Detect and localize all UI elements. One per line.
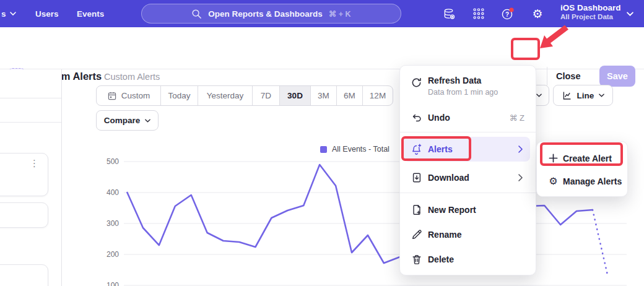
chart-type-dropdown[interactable]: Line [553,85,613,106]
top-nav: s Users Events Open Reports & Dashboards… [0,0,644,27]
gear-icon: ⚙ [548,176,559,186]
search-shortcut: ⌘ + K [329,9,351,19]
report-header: Custom Alerts Custom Alerts GV Duplicate… [0,27,644,69]
menu-item-undo[interactable]: Undo ⌘ Z [400,105,536,130]
menu-item-alerts[interactable]: Alerts [404,137,530,162]
header-divider [547,67,547,85]
menu-item-rename[interactable]: Rename [400,222,536,247]
refresh-data-subtitle: Data from 1 min ago [428,88,498,97]
alerts-submenu: Create Alert ⚙ Manage Alerts [536,141,628,197]
submenu-chevron-right-icon [518,145,523,153]
download-icon [411,172,422,184]
chevron-down-icon [536,93,542,97]
range-3m[interactable]: 3M [311,86,337,105]
settings-gear-icon[interactable]: ⚙ [527,0,548,27]
chevron-down-icon [599,93,604,97]
nav-item-users[interactable]: Users [35,0,59,27]
svg-text:300: 300 [107,219,119,228]
data-management-icon[interactable] [438,0,459,27]
svg-text:200: 200 [107,250,119,259]
breadcrumb: Custom Alerts [104,72,160,82]
project-scope: All Project Data [560,13,621,20]
chevron-down-icon [10,12,16,15]
alert-bell-icon [411,144,422,155]
range-custom[interactable]: Custom [97,86,161,105]
plus-icon [548,153,559,163]
app-root: 500400300200100 All Events - Total s Use… [0,0,644,286]
calendar-icon [107,91,117,101]
submenu-item-create-alert[interactable]: Create Alert [537,147,627,170]
pencil-icon [411,229,422,241]
sidebar-card[interactable] [0,202,48,228]
save-button[interactable]: Save [599,66,635,87]
svg-text:100: 100 [107,281,119,286]
sidebar-card[interactable]: ⋮ [0,153,48,196]
nav-item-truncated[interactable]: s [1,0,16,27]
menu-divider [400,132,536,132]
search-placeholder: Open Reports & Dashboards [208,9,323,19]
global-search-input[interactable]: Open Reports & Dashboards ⌘ + K [141,4,401,24]
new-report-icon [411,204,422,216]
svg-text:?: ? [505,11,509,18]
legend-swatch-icon [320,146,327,153]
submenu-chevron-right-icon [518,174,523,181]
notification-dot [509,7,513,12]
compare-button[interactable]: Compare [96,110,159,131]
trash-icon [411,254,422,266]
overflow-menu: Refresh Data Data from 1 min ago Undo ⌘ … [399,65,536,275]
svg-text:400: 400 [107,188,119,197]
legend-label: All Events - Total [332,145,389,154]
range-12m[interactable]: 12M [363,86,393,105]
project-chevron-down-icon[interactable] [627,12,633,16]
undo-shortcut: ⌘ Z [509,113,524,123]
undo-icon [411,112,422,124]
date-range-segmented-control: Custom Today Yesterday 7D 30D 3M 6M 12M [96,85,393,106]
refresh-icon [411,77,422,89]
nav-item-events[interactable]: Events [77,0,104,27]
range-30d-selected[interactable]: 30D [280,86,311,105]
menu-divider [400,193,536,193]
svg-text:500: 500 [107,157,119,166]
left-sidebar: ⋮ [0,69,62,286]
sidebar-card[interactable] [0,264,48,286]
menu-item-refresh-data[interactable]: Refresh Data Data from 1 min ago [400,72,536,100]
apps-grid-icon[interactable] [468,0,489,27]
range-yesterday[interactable]: Yesterday [198,86,253,105]
range-7d[interactable]: 7D [253,86,280,105]
help-icon[interactable]: ? [497,0,518,27]
menu-item-download[interactable]: Download [400,165,536,190]
kebab-menu-icon[interactable]: ⋮ [30,158,39,169]
project-switcher[interactable]: iOS Dashboard All Project Data [560,3,621,20]
sidebar-divider [0,122,61,123]
search-icon [191,9,202,19]
line-chart-icon [562,90,572,101]
menu-item-delete[interactable]: Delete [400,247,536,272]
range-6m[interactable]: 6M [337,86,363,105]
submenu-item-manage-alerts[interactable]: ⚙ Manage Alerts [537,170,627,193]
chevron-down-icon [145,119,150,123]
chart-legend[interactable]: All Events - Total [320,145,389,154]
project-name: iOS Dashboard [560,3,621,12]
range-today[interactable]: Today [161,86,198,105]
sidebar-divider [0,98,61,98]
menu-item-new-report[interactable]: New Report [400,197,536,222]
close-button[interactable]: Close [556,66,581,87]
